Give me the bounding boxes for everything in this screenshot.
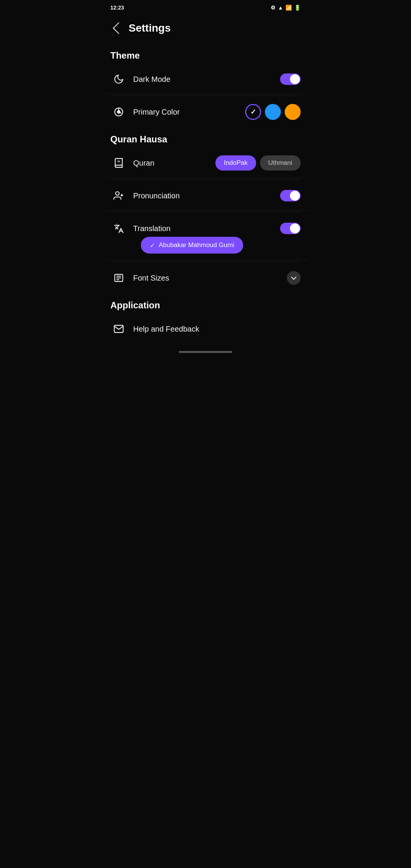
status-time: 12:23 [110,5,124,11]
translation-icon [110,220,127,237]
help-feedback-label: Help and Feedback [133,325,301,333]
translation-chip-check-icon: ✓ [150,242,155,249]
help-feedback-icon [110,321,127,337]
color-orange[interactable] [285,104,301,120]
font-sizes-item[interactable]: Font Sizes [103,263,308,292]
primary-color-label: Primary Color [133,108,245,116]
selected-check-icon: ✓ [250,108,256,116]
quran-btn-uthmani[interactable]: Uthmani [260,155,301,171]
back-arrow-icon [113,22,124,34]
application-section-label: Application [103,292,308,314]
divider-3 [110,212,301,212]
wifi-icon: 📶 [285,5,292,11]
color-selected-purple[interactable]: ✓ [245,104,261,120]
quran-hausa-section-label: Quran Hausa [103,126,308,148]
translation-label: Translation [133,224,280,233]
dark-mode-toggle-knob [290,74,300,84]
primary-color-icon [110,104,127,120]
pronunciation-toggle-knob [290,191,300,201]
theme-settings-list: Dark Mode Primary Color ✓ [103,65,308,126]
quran-btn-indopak[interactable]: IndoPak [215,155,256,171]
font-sizes-icon [110,270,127,286]
divider-1 [110,96,301,96]
settings-status-icon: ⚙ [271,5,276,11]
quran-options: IndoPak Uthmani [215,155,301,171]
svg-point-2 [116,192,119,195]
page-title: Settings [129,22,170,34]
quran-item[interactable]: Quran IndoPak Uthmani [103,148,308,178]
dark-mode-icon [110,71,127,88]
dark-mode-toggle[interactable] [280,73,301,85]
translation-toggle-knob [290,223,300,233]
home-indicator [179,351,232,353]
header: Settings [103,15,308,43]
battery-icon: 🔋 [294,5,301,11]
pronunciation-label: Pronunciation [133,191,280,200]
chevron-down-icon [291,274,296,280]
dark-mode-item[interactable]: Dark Mode [103,65,308,94]
quran-icon [110,155,127,171]
status-bar: 12:23 ⚙ ▲ 📶 🔋 [103,0,308,15]
pronunciation-icon [110,187,127,204]
quran-label: Quran [133,159,215,168]
translation-item[interactable]: Translation ✓ Abubakar Mahmoud Gumi [103,214,308,260]
application-settings-list: Help and Feedback [103,314,308,343]
translation-chip[interactable]: ✓ Abubakar Mahmoud Gumi [141,237,243,254]
dark-mode-label: Dark Mode [133,75,280,84]
divider-2 [110,179,301,180]
svg-point-1 [118,111,120,113]
pronunciation-item[interactable]: Pronunciation [103,181,308,211]
theme-section-label: Theme [103,43,308,65]
translation-toggle[interactable] [280,223,301,234]
translation-chip-label: Abubakar Mahmoud Gumi [159,241,234,249]
quran-hausa-settings-list: Quran IndoPak Uthmani Pronunciation [103,148,308,292]
color-blue[interactable] [265,104,281,120]
signal-icon: ▲ [278,5,283,11]
primary-color-item[interactable]: Primary Color ✓ [103,97,308,126]
divider-4 [110,262,301,262]
back-button[interactable] [109,20,126,37]
help-feedback-item[interactable]: Help and Feedback [103,314,308,343]
font-sizes-chevron-icon[interactable] [287,271,301,285]
status-icons: ⚙ ▲ 📶 🔋 [271,5,301,11]
translation-top-row: Translation [110,220,301,237]
font-sizes-label: Font Sizes [133,274,287,282]
color-options: ✓ [245,104,301,120]
pronunciation-toggle[interactable] [280,190,301,201]
